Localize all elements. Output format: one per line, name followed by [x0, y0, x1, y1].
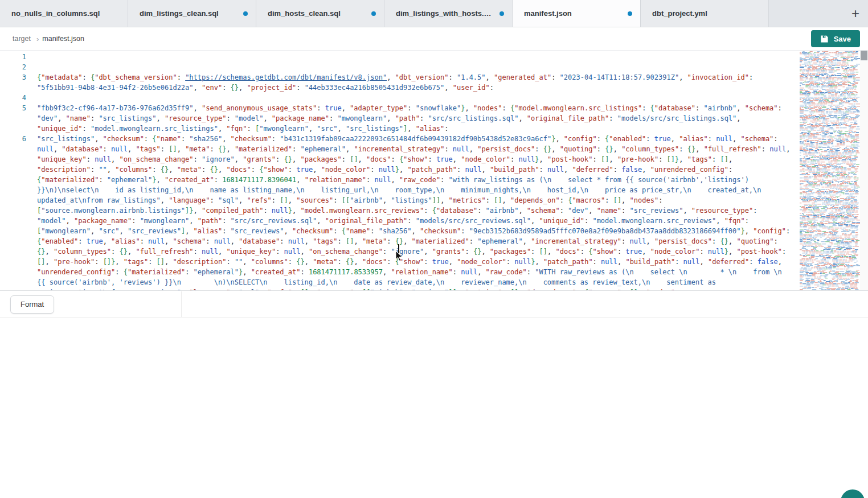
minimap[interactable] [798, 51, 860, 291]
breadcrumb: target›manifest.json [13, 35, 84, 43]
code-editor[interactable]: 1 2 3{"metadata": {"dbt_schema_version":… [0, 51, 868, 291]
editor-footer-bar: Format [0, 291, 868, 318]
tab-label: dbt_project.yml [652, 9, 760, 18]
tab-label: no_nulls_in_columns.sql [11, 9, 120, 18]
code-line[interactable]: 6"src_listings", "checksum": {"name": "s… [0, 134, 797, 290]
tab-dbt-project-yml[interactable]: dbt_project.yml [641, 0, 769, 27]
floppy-disk-icon [820, 35, 829, 43]
code-line[interactable]: 4 [0, 93, 797, 103]
code-line[interactable]: 3{"metadata": {"dbt_schema_version": "ht… [0, 72, 797, 93]
line-content[interactable] [26, 93, 797, 103]
file-action-bar: target›manifest.json Save [0, 27, 868, 51]
line-content[interactable]: {"metadata": {"dbt_schema_version": "htt… [26, 72, 797, 93]
tab-label: dim_listings_clean.sql [140, 9, 238, 18]
tab-no-nulls-in-columns-sql[interactable]: no_nulls_in_columns.sql [0, 0, 128, 27]
line-number: 5 [0, 103, 26, 134]
mouse-cursor [395, 251, 403, 262]
tab-dim-listings-with-hosts-sql[interactable]: dim_listings_with_hosts.sql [384, 0, 513, 27]
line-number: 1 [0, 52, 26, 62]
line-content[interactable]: "fbb9f3c2-cf96-4a17-b736-976a62d35ff9", … [26, 103, 797, 134]
line-number: 2 [0, 62, 26, 72]
help-fab[interactable] [841, 489, 865, 498]
unsaved-indicator-icon[interactable] [628, 11, 632, 16]
line-content[interactable] [26, 52, 797, 62]
line-number: 6 [0, 134, 26, 290]
code-line[interactable]: 2 [0, 62, 797, 72]
footer-divider [181, 291, 182, 317]
breadcrumb-segment: target [13, 35, 31, 43]
tab-label: dim_hosts_clean.sql [268, 9, 366, 18]
breadcrumb-segment: manifest.json [42, 35, 84, 43]
tab-label: dim_listings_with_hosts.sql [396, 9, 494, 18]
unsaved-indicator-icon[interactable] [371, 11, 376, 16]
tab-dim-listings-clean-sql[interactable]: dim_listings_clean.sql [128, 0, 256, 27]
save-button-label: Save [834, 35, 851, 43]
line-number: 3 [0, 72, 26, 93]
new-tab-button[interactable]: + [843, 0, 868, 27]
unsaved-indicator-icon[interactable] [499, 11, 504, 16]
code-line[interactable]: 1 [0, 52, 797, 62]
tab-dim-hosts-clean-sql[interactable]: dim_hosts_clean.sql [256, 0, 384, 27]
tab-label: manifest.json [524, 9, 622, 18]
unsaved-indicator-icon[interactable] [243, 11, 248, 16]
line-number: 4 [0, 93, 26, 103]
save-button[interactable]: Save [811, 30, 860, 47]
open-file-tabs: no_nulls_in_columns.sqldim_listings_clea… [0, 0, 769, 27]
line-content[interactable]: "src_listings", "checksum": {"name": "sh… [26, 134, 797, 290]
scrollbar-thumb[interactable] [861, 51, 867, 60]
breadcrumb-chevron-icon: › [36, 35, 39, 43]
code-line[interactable]: 5"fbb9f3c2-cf96-4a17-b736-976a62d35ff9",… [0, 103, 797, 134]
line-content[interactable] [26, 62, 797, 72]
tab-manifest-json[interactable]: manifest.json [513, 0, 641, 27]
editor-scrollbar[interactable] [860, 51, 868, 290]
tab-bar: no_nulls_in_columns.sqldim_listings_clea… [0, 0, 868, 27]
format-button[interactable]: Format [10, 295, 54, 314]
